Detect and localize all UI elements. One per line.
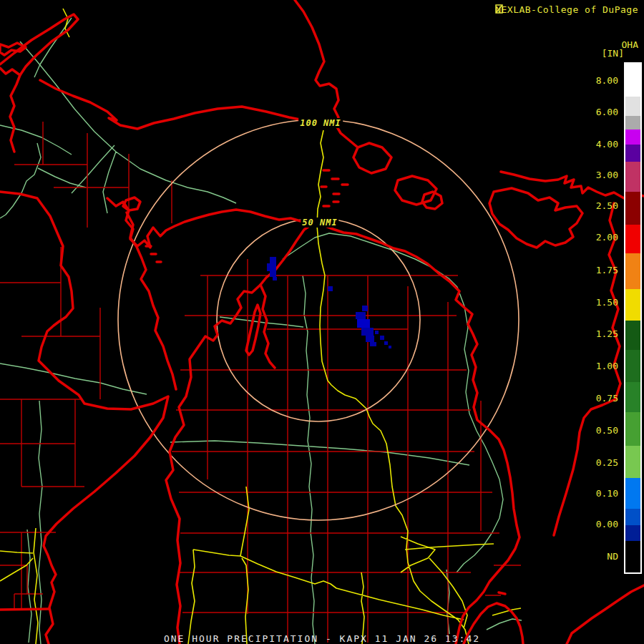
peninsula-old-mission (246, 305, 260, 355)
ring-label-100nmi: 100 NMI (298, 118, 343, 128)
shore-lp-west (166, 223, 313, 644)
islands-door (146, 246, 161, 262)
precip-echo (370, 342, 376, 346)
ring-100nmi (118, 119, 519, 520)
ring-label-50nmi: 50 NMI (301, 218, 338, 228)
precip-echo (384, 341, 388, 345)
shore-gt-bay-east (260, 285, 275, 368)
shore-superior-west (10, 75, 20, 152)
radar-screen: NEXLAB-College of DuPage OHA [IN] 8.006.… (0, 0, 644, 644)
island-manitoulin (489, 188, 582, 248)
precip-echo (366, 336, 374, 342)
shore-georgian-bay (554, 203, 620, 535)
island-drummond (395, 176, 436, 205)
island-cockburn (422, 192, 442, 209)
precip-echo (362, 306, 368, 311)
precip-echo (380, 336, 384, 340)
precip-echo (270, 271, 276, 277)
range-rings (118, 119, 519, 520)
precip-echo (273, 277, 277, 280)
precip-echo (361, 328, 374, 336)
precip-echo (357, 319, 370, 328)
state-border-wi-il (0, 609, 49, 610)
precip-echo (267, 263, 276, 271)
precip-echo (270, 257, 276, 263)
roads-highway-layer (0, 9, 521, 644)
radar-map[interactable] (0, 0, 644, 644)
shore-door-peninsula (127, 213, 176, 389)
precip-echo (389, 346, 391, 348)
shorelines-layer (0, 0, 644, 644)
shore-superior-south (40, 80, 315, 129)
islands-saginaw (499, 592, 505, 594)
shore-north-channel (501, 172, 644, 198)
precip-echo (328, 286, 333, 291)
precip-echoes (267, 257, 391, 348)
precip-echo (356, 312, 366, 319)
islands-les-cheneaux (321, 170, 348, 206)
shore-ontario-south (567, 585, 644, 644)
island-stjoseph (353, 143, 391, 173)
shore-lp-east (318, 223, 519, 644)
roads-secondary-layer (0, 18, 522, 644)
precip-echo (375, 331, 379, 334)
